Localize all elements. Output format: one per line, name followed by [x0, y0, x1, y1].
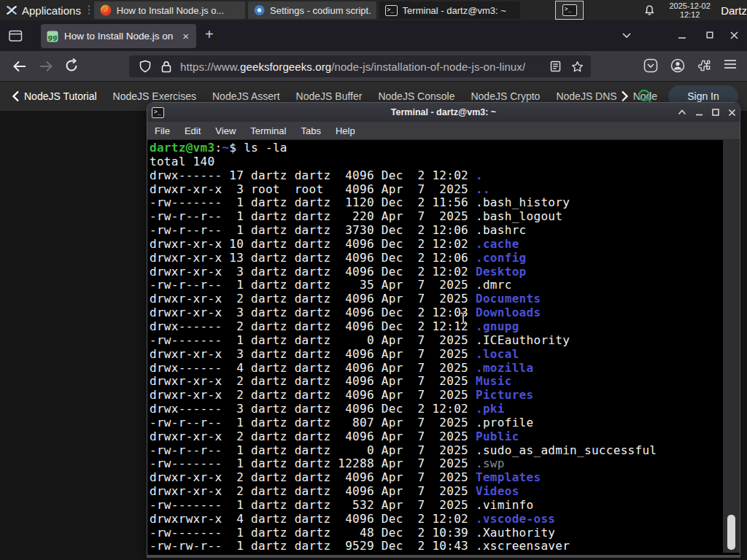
url-text: https://www.geeksforgeeks.org/node-js/in…: [180, 61, 525, 73]
tab-title: How to Install Node.js on: [64, 31, 175, 42]
window-maximize-button[interactable]: [706, 31, 713, 39]
terminal-scrollbar[interactable]: [723, 140, 740, 553]
site-nav-link[interactable]: NodeJS Assert: [212, 90, 280, 102]
forward-button[interactable]: [38, 58, 54, 74]
codium-icon: [254, 4, 265, 16]
taskbar-window-terminal[interactable]: Terminal - dartz@vm3: ~: [379, 1, 520, 19]
notifications-bell-icon[interactable]: [643, 4, 656, 17]
menu-tabs[interactable]: Tabs: [293, 125, 328, 136]
menu-edit[interactable]: Edit: [177, 125, 208, 136]
clock-time: 12:12: [665, 10, 715, 19]
taskbar-window-title: Terminal - dartz@vm3: ~: [403, 5, 506, 16]
new-tab-button[interactable]: +: [205, 26, 214, 43]
firefox-view-icon[interactable]: [9, 30, 23, 42]
terminal-menubar: File Edit View Terminal Tabs Help: [147, 122, 740, 140]
terminal-body[interactable]: dartz@vm3:~$ ls -la total 140 drwx------…: [147, 140, 740, 553]
clock-date: 2025-12-02: [665, 1, 715, 10]
terminal-window-title: Terminal - dartz@vm3: ~: [147, 107, 740, 117]
window-minimize-button[interactable]: [678, 32, 686, 39]
site-nav-link[interactable]: NodeJS DNS: [556, 90, 616, 102]
taskbar-window-settings[interactable]: Settings - codium script...: [248, 1, 376, 19]
window-rollup-button[interactable]: [678, 109, 686, 115]
site-nav-link[interactable]: NodeJS Console: [378, 90, 454, 102]
tab-close-button[interactable]: ×: [181, 30, 190, 42]
applications-menu[interactable]: Applications: [0, 0, 85, 20]
menu-view[interactable]: View: [208, 125, 243, 136]
reload-button[interactable]: [64, 58, 79, 73]
geeksforgeeks-favicon: gg: [47, 31, 58, 42]
menu-file[interactable]: File: [147, 125, 177, 136]
firefox-icon: [100, 4, 112, 16]
extensions-puzzle-icon[interactable]: [697, 58, 712, 73]
applications-icon: [6, 4, 18, 16]
browser-tab-active[interactable]: gg How to Install Node.js on ×: [41, 24, 196, 48]
terminal-icon: [385, 5, 398, 16]
account-icon[interactable]: [670, 58, 685, 73]
svg-text:gg: gg: [48, 33, 58, 40]
taskbar-window-title: How to Install Node.js o...: [117, 5, 224, 16]
site-nav-link[interactable]: NodeJS Buffer: [296, 90, 363, 102]
window-maximize-button[interactable]: [712, 109, 719, 116]
reader-mode-icon[interactable]: [550, 61, 561, 72]
list-all-tabs-icon[interactable]: [622, 32, 632, 39]
tray-terminal-indicator[interactable]: [555, 1, 584, 20]
applications-label: Applications: [22, 4, 81, 17]
site-nav-link[interactable]: NodeJS Tutorial: [24, 90, 97, 102]
terminal-icon: [562, 4, 577, 16]
site-nav-scroll-right-icon[interactable]: [621, 90, 629, 102]
site-nav-link[interactable]: NodeJS Exercises: [113, 90, 196, 102]
window-close-button[interactable]: [729, 31, 739, 40]
menu-help[interactable]: Help: [328, 125, 363, 136]
bookmark-star-icon[interactable]: [571, 61, 584, 73]
panel-user-label[interactable]: Dartz: [721, 4, 747, 17]
menu-hamburger-icon[interactable]: [724, 58, 737, 70]
window-close-button[interactable]: [728, 109, 736, 117]
browser-navbar: https://www.geeksforgeeks.org/node-js/in…: [0, 51, 747, 82]
desktop-panel: Applications How to Install Node.js o...…: [0, 0, 747, 20]
pocket-icon[interactable]: [643, 58, 658, 73]
text-cursor-pointer: [460, 312, 467, 324]
url-bar[interactable]: https://www.geeksforgeeks.org/node-js/in…: [129, 55, 591, 77]
terminal-window: Terminal - dartz@vm3: ~ File Edit View T…: [147, 102, 740, 558]
browser-tabbar: gg How to Install Node.js on × +: [0, 20, 747, 51]
site-nav-link[interactable]: NodeJS Crypto: [471, 90, 540, 102]
panel-clock[interactable]: 2025-12-02 12:12: [665, 1, 715, 19]
terminal-titlebar[interactable]: Terminal - dartz@vm3: ~: [147, 103, 740, 122]
terminal-output: dartz@vm3:~$ ls -la total 140 drwx------…: [147, 140, 740, 553]
taskbar-window-title: Settings - codium script...: [270, 5, 371, 16]
panel-separator: [88, 4, 90, 16]
site-nav-scroll-left-icon[interactable]: [12, 90, 20, 102]
tracking-protection-shield-icon[interactable]: [139, 60, 151, 73]
scrollbar-thumb[interactable]: [727, 515, 735, 550]
back-button[interactable]: [12, 58, 28, 74]
window-minimize-button[interactable]: [695, 109, 703, 116]
site-security-lock-icon[interactable]: [161, 61, 171, 73]
taskbar-window-firefox[interactable]: How to Install Node.js o...: [94, 1, 245, 19]
menu-terminal[interactable]: Terminal: [243, 125, 293, 136]
